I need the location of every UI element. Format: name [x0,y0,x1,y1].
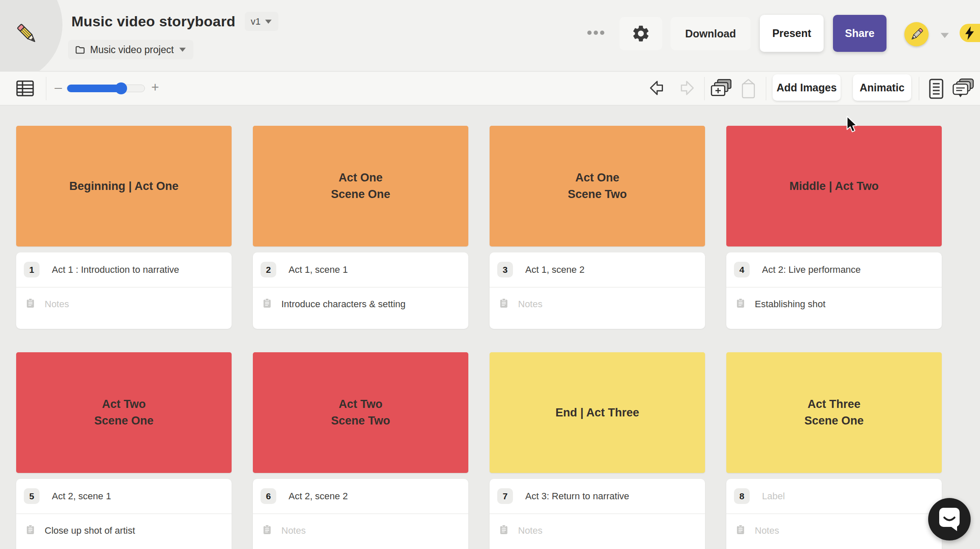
card-panel: 6 Act 2, scene 2 Notes [253,479,468,549]
overflow-menu-button[interactable] [587,31,604,35]
card-notes-input[interactable]: Notes [45,299,69,310]
card-notes-row[interactable]: Close up shot of artist [16,514,232,549]
zoom-slider-fill [67,85,121,92]
card-panel: 5 Act 2, scene 1 Close up shot of artist [16,479,232,549]
card-notes-row[interactable]: Establishing shot [726,288,942,328]
card-image[interactable]: Act ThreeScene One [726,352,942,473]
card-label-input[interactable]: Act 1, scene 1 [289,264,348,275]
card-title: Act TwoScene One [94,396,154,429]
version-dropdown[interactable]: v1 [245,12,278,31]
zoom-out-button[interactable]: – [52,80,65,95]
animatic-button[interactable]: Animatic [853,74,911,101]
script-document-icon [929,78,944,99]
folder-icon [75,45,85,55]
card-notes-input[interactable]: Notes [755,525,779,536]
card-image[interactable]: Act TwoScene Two [253,352,468,473]
card-image[interactable]: Act OneScene One [253,126,468,246]
card-label-input[interactable]: Act 2: Live performance [762,264,861,275]
card-image[interactable]: Act OneScene Two [490,126,705,246]
duplicate-icon [710,78,733,99]
card-label-row[interactable]: 6 Act 2, scene 2 [253,479,468,514]
card-image[interactable]: Beginning | Act One [16,126,232,246]
card-notes-row[interactable]: Notes [490,288,705,328]
card-label-input[interactable]: Act 2, scene 1 [52,491,111,502]
card-notes-input[interactable]: Notes [518,525,542,536]
zoom-slider-thumb[interactable] [115,82,127,94]
clipboard-icon [263,525,271,535]
grid-view-button[interactable] [13,76,37,101]
storyboard-card[interactable]: Act ThreeScene One 8 Label Notes [726,352,942,549]
card-label-row[interactable]: 8 Label [726,479,942,514]
card-number-badge: 3 [497,262,513,277]
card-number-badge: 6 [261,488,276,504]
storyboard-card[interactable]: Middle | Act Two 4 Act 2: Live performan… [726,126,942,329]
redo-button[interactable] [674,79,696,98]
chat-bubble-icon [938,507,960,532]
storyboard-card[interactable]: Beginning | Act One 1 Act 1 : Introducti… [16,126,232,329]
storyboard-card[interactable]: End | Act Three 7 Act 3: Return to narra… [490,352,705,549]
chat-launcher-button[interactable] [928,498,971,541]
zoom-in-button[interactable]: + [149,80,161,95]
card-label-row[interactable]: 5 Act 2, scene 1 [16,479,232,514]
card-notes-input[interactable]: Notes [518,299,542,310]
card-notes-input[interactable]: Establishing shot [755,299,825,310]
storyboard-card[interactable]: Act OneScene One 2 Act 1, scene 1 Introd… [253,126,468,329]
card-notes-row[interactable]: Notes [726,514,942,549]
storyboard-card[interactable]: Act OneScene Two 3 Act 1, scene 2 Notes [490,126,705,329]
comments-button[interactable] [951,77,976,100]
card-image[interactable]: Middle | Act Two [726,126,942,246]
card-label-input[interactable]: Act 3: Return to narrative [525,491,629,502]
card-label-input[interactable]: Act 1, scene 2 [525,264,584,275]
avatar[interactable] [904,22,929,46]
divider [46,77,46,100]
avatar-chevron-down-icon[interactable] [940,32,950,39]
card-notes-input[interactable]: Close up shot of artist [45,525,135,536]
present-button[interactable]: Present [760,15,824,52]
comments-icon [952,78,975,99]
card-label-input[interactable]: Act 1 : Introduction to narrative [52,264,179,275]
upgrade-chip[interactable] [960,24,980,42]
duplicate-frames-button[interactable] [709,78,734,99]
clipboard-icon [263,298,271,308]
settings-button[interactable] [620,17,662,50]
share-button[interactable]: Share [833,15,887,52]
card-label-row[interactable]: 2 Act 1, scene 1 [253,252,468,288]
project-dropdown[interactable]: Music video project [68,40,193,59]
card-label-row[interactable]: 4 Act 2: Live performance [726,252,942,288]
redo-arrow-icon [675,79,695,97]
card-image[interactable]: End | Act Three [490,352,705,473]
storyboard-card[interactable]: Act TwoScene One 5 Act 2, scene 1 Close … [16,352,232,549]
card-number-badge: 5 [24,488,40,504]
card-title: End | Act Three [555,405,639,421]
card-number-badge: 2 [261,262,276,277]
download-button[interactable]: Download [671,17,751,50]
add-images-button[interactable]: Add Images [773,74,841,101]
zoom-slider[interactable] [67,85,145,92]
card-label-row[interactable]: 3 Act 1, scene 2 [490,252,705,288]
card-number-badge: 1 [24,262,40,277]
app-logo-pencil-icon[interactable] [14,21,40,47]
avatar-pencil-icon [909,26,925,42]
card-panel: 2 Act 1, scene 1 Introduce characters & … [253,252,468,329]
card-label-row[interactable]: 1 Act 1 : Introduction to narrative [16,252,232,288]
card-notes-input[interactable]: Notes [281,525,306,536]
card-image[interactable]: Act TwoScene One [16,352,232,473]
paste-button[interactable] [739,78,757,100]
app-header: Music video storyboard v1 Music video pr… [0,0,980,71]
undo-button[interactable] [648,79,670,98]
card-number-badge: 7 [497,488,513,504]
card-label-row[interactable]: 7 Act 3: Return to narrative [490,479,705,514]
card-notes-row[interactable]: Introduce characters & setting [253,288,468,328]
script-view-button[interactable] [927,78,945,100]
chevron-down-icon [178,47,187,52]
card-notes-row[interactable]: Notes [490,514,705,549]
card-notes-input[interactable]: Introduce characters & setting [281,299,405,310]
storyboard-card[interactable]: Act TwoScene Two 6 Act 2, scene 2 Notes [253,352,468,549]
card-label-input[interactable]: Act 2, scene 2 [289,491,348,502]
project-name: Music video project [90,44,174,56]
card-panel: 1 Act 1 : Introduction to narrative Note… [16,252,232,329]
card-notes-row[interactable]: Notes [253,514,468,549]
card-notes-row[interactable]: Notes [16,288,232,328]
page-title: Music video storyboard [71,13,235,30]
card-label-input[interactable]: Label [762,491,785,502]
